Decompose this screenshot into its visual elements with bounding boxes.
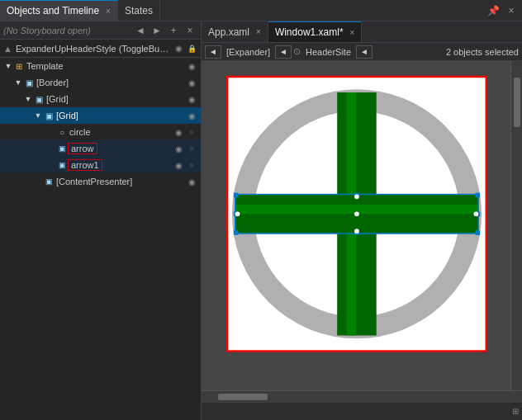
tab-app-xaml[interactable]: App.xaml × — [202, 21, 268, 42]
eye-icon-contentpresenter[interactable]: ◉ — [186, 176, 197, 187]
storyboard-bar: (No Storyboard open) ◄ ► + × — [0, 21, 201, 40]
canvas-wrapper — [202, 61, 522, 390]
eye-icon-circle[interactable]: ◉ — [173, 126, 184, 138]
tab-window1-xaml-close[interactable]: × — [350, 28, 355, 37]
tree-label-arrow1: arrow1 — [68, 159, 102, 171]
tree-arrow-border[interactable]: ▼ — [13, 78, 23, 87]
v-scroll-thumb[interactable] — [514, 78, 520, 127]
h-scroll-thumb[interactable] — [218, 394, 268, 400]
breadcrumb-expander[interactable]: [Expander] — [223, 47, 273, 57]
breadcrumb-headersite[interactable]: HeaderSite — [302, 47, 354, 57]
eye-icon-grid1[interactable]: ◉ — [186, 93, 197, 105]
tree-actions-border: ◉ — [186, 77, 197, 88]
tree-arrow-template[interactable]: ▼ — [3, 61, 13, 71]
left-tab-actions: 📌 × — [486, 3, 522, 18]
selection-count: 2 objects selected — [446, 47, 519, 57]
tab-states-label: States — [125, 5, 153, 17]
breadcrumb-arrow2[interactable]: ◄ — [356, 45, 373, 59]
tree-actions-contentpresenter: ◉ — [186, 176, 197, 187]
eye-icon-grid2[interactable]: ◉ — [186, 110, 197, 121]
tree-actions-arrow: ◉ ○ — [173, 143, 197, 154]
horizontal-scrollbar[interactable] — [202, 390, 522, 402]
tree-label-circle: circle — [68, 127, 173, 137]
tree-label-grid2: [Grid] — [55, 111, 186, 120]
tree-area: ▼ ⊞ Template ◉ ▼ ▣ [Border] ◉ ▼ ▣ [G — [0, 58, 201, 420]
right-point — [474, 211, 479, 216]
tree-actions-arrow1: ◉ ○ — [173, 159, 197, 171]
tab-states[interactable]: States — [118, 0, 160, 21]
tree-arrow-circle — [46, 127, 56, 137]
vertical-scrollbar[interactable] — [510, 61, 522, 390]
tree-arrow-arrow — [46, 144, 56, 153]
tree-label-template: Template — [25, 61, 186, 71]
tree-item-template[interactable]: ▼ ⊞ Template ◉ — [0, 58, 201, 74]
design-canvas[interactable] — [202, 61, 510, 390]
right-panel: App.xaml × Window1.xaml* × ◄ [Expander] … — [202, 21, 522, 420]
tree-item-contentpresenter[interactable]: ▣ [ContentPresenter] ◉ — [0, 173, 201, 190]
tree-arrow-grid1[interactable]: ▼ — [23, 94, 33, 104]
tree-item-arrow1[interactable]: ▣ arrow1 ◉ ○ — [0, 157, 201, 173]
lock-icon-arrow1[interactable]: ○ — [186, 159, 197, 171]
eye-icon-arrow[interactable]: ◉ — [173, 143, 184, 154]
tree-actions-template: ◉ — [186, 60, 197, 72]
tree-icon-contentpresenter: ▣ — [43, 176, 55, 187]
tab-app-xaml-close[interactable]: × — [256, 27, 261, 36]
breadcrumb-bar: ◄ [Expander] ◄ ⊙ HeaderSite ◄ 2 objects … — [202, 43, 522, 61]
storyboard-add[interactable]: + — [166, 23, 181, 38]
center-point — [354, 211, 359, 216]
eye-icon-template[interactable]: ◉ — [186, 60, 197, 72]
tree-icon-circle: ○ — [56, 126, 68, 138]
tree-item-grid2[interactable]: ▼ ▣ [Grid] ◉ — [0, 107, 201, 124]
zoom-icon: ⊞ — [512, 407, 519, 416]
lock-icon-circle[interactable]: ○ — [186, 126, 197, 138]
tree-item-arrow[interactable]: ▣ arrow ◉ ○ — [0, 140, 201, 157]
tree-icon-border: ▣ — [23, 77, 35, 88]
template-lock-icon: 🔒 — [186, 43, 197, 54]
handle-tr — [475, 193, 480, 198]
storyboard-menu[interactable]: × — [183, 23, 197, 38]
tree-arrow-grid2[interactable]: ▼ — [33, 111, 43, 120]
eye-icon-border[interactable]: ◉ — [186, 77, 197, 88]
tree-item-circle[interactable]: ○ circle ◉ ○ — [0, 124, 201, 140]
tree-actions-grid1: ◉ — [186, 93, 197, 105]
right-tab-bar: App.xaml × Window1.xaml* × — [202, 21, 522, 43]
tree-label-grid1: [Grid] — [45, 94, 186, 104]
tree-label-contentpresenter: [ContentPresenter] — [55, 177, 186, 186]
eye-icon-arrow1[interactable]: ◉ — [173, 159, 184, 171]
tree-icon-grid2: ▣ — [43, 110, 55, 121]
breadcrumb-arrow1[interactable]: ◄ — [275, 45, 292, 59]
tree-icon-arrow: ▣ — [56, 143, 68, 154]
storyboard-nav-left[interactable]: ◄ — [133, 23, 148, 38]
tree-icon-grid1: ▣ — [33, 93, 45, 105]
selection-badge: 2 objects selected — [446, 47, 519, 57]
tab-window1-xaml-label: Window1.xaml* — [275, 26, 344, 38]
template-eye-icon: ◉ — [173, 43, 184, 54]
pin-button[interactable]: 📌 — [486, 3, 501, 18]
bottom-panel: ⊞ — [202, 402, 522, 420]
tab-objects-timeline[interactable]: Objects and Timeline × — [0, 0, 118, 21]
tab-app-xaml-label: App.xaml — [208, 26, 249, 38]
breadcrumb-nav-left[interactable]: ◄ — [205, 45, 221, 59]
left-panel: (No Storyboard open) ◄ ► + × ▲ ExpanderU… — [0, 21, 202, 420]
template-name-label: ExpanderUpHeaderStyle (ToggleButton Te..… — [16, 44, 169, 54]
handle-bl — [234, 230, 239, 235]
tab-window1-xaml[interactable]: Window1.xaml* × — [268, 21, 363, 42]
tree-actions-grid2: ◉ — [186, 110, 197, 121]
main-container: (No Storyboard open) ◄ ► + × ▲ ExpanderU… — [0, 21, 522, 420]
tree-item-border[interactable]: ▼ ▣ [Border] ◉ — [0, 74, 201, 91]
tree-label-border: [Border] — [35, 78, 186, 87]
template-header: ▲ ExpanderUpHeaderStyle (ToggleButton Te… — [0, 40, 201, 58]
tree-item-grid1[interactable]: ▼ ▣ [Grid] ◉ — [0, 91, 201, 107]
tree-arrow-arrow1 — [46, 160, 56, 170]
top-point — [354, 195, 359, 200]
storyboard-text: (No Storyboard open) — [3, 26, 91, 35]
tree-label-arrow: arrow — [68, 143, 97, 154]
tab-objects-timeline-label: Objects and Timeline — [7, 5, 99, 17]
storyboard-nav-right[interactable]: ► — [149, 23, 164, 38]
close-panel-button[interactable]: × — [504, 3, 519, 18]
lock-icon-arrow[interactable]: ○ — [186, 143, 197, 154]
tab-objects-timeline-close[interactable]: × — [106, 7, 111, 16]
canvas-inner[interactable] — [202, 61, 510, 390]
handle-tl — [234, 193, 239, 198]
handle-br — [475, 230, 480, 235]
